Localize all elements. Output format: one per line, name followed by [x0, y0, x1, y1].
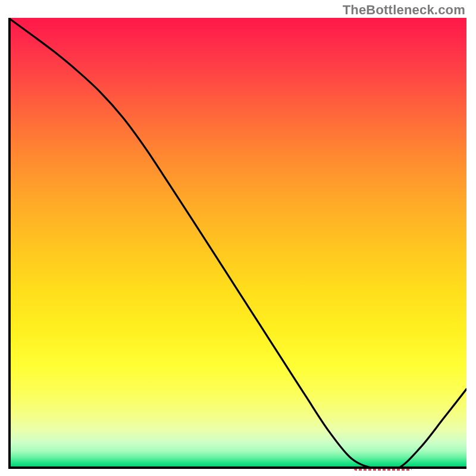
bottleneck-curve [8, 18, 466, 469]
optimal-range-marker [354, 466, 411, 471]
watermark-text: TheBottleneck.com [343, 2, 465, 18]
chart-root: { "watermark": "TheBottleneck.com", "col… [0, 0, 476, 476]
plot-wrap [8, 18, 466, 469]
